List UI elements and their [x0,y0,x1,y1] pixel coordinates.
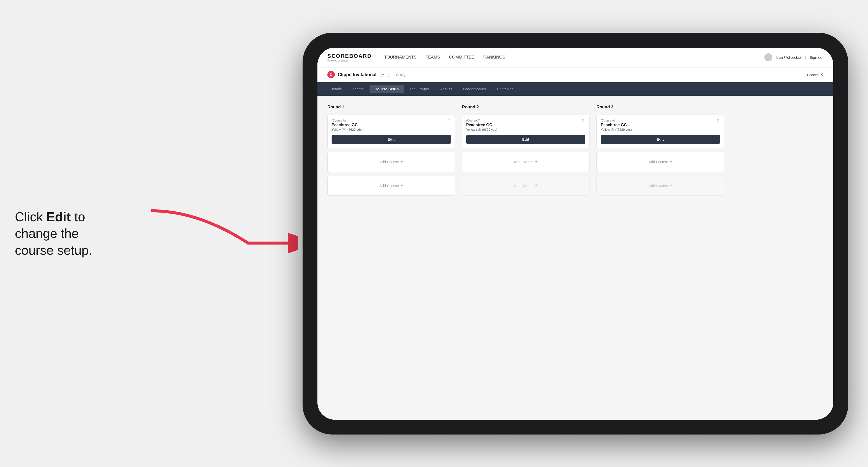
plus-icon: + [401,183,403,188]
instruction-text: Click Edit to change the course setup. [15,208,92,259]
plus-icon: + [535,183,538,188]
nav-rankings[interactable]: RANKINGS [483,55,505,60]
tab-printables[interactable]: Printables [492,85,519,93]
tournament-name: Clippd Invitational [338,72,376,77]
hosting-badge: Hosting [395,73,405,76]
close-icon: ✕ [820,72,824,77]
round-1-title: Round 1 [328,105,455,110]
round-1-add-course-1[interactable]: Add Course + [328,152,455,172]
tab-course-setup[interactable]: Course Setup [370,85,404,93]
sub-header-left: C Clippd Invitational (Men) Hosting [328,71,405,79]
round-1-course-name: Peachtree GC [332,123,451,127]
tab-tee-groups[interactable]: Tee Groups [405,85,434,93]
round-3-course-card: 🗑 (Course A) Peachtree GC Yellow (M) (66… [596,115,724,148]
nav-teams[interactable]: TEAMS [426,55,440,60]
round-2-title: Round 2 [462,105,590,110]
rounds-grid: Round 1 🗑 (Course A) Peachtree GC Yellow… [328,105,724,196]
nav-links: TOURNAMENTS TEAMS COMMITTEE RANKINGS [384,55,505,60]
round-2-add-course-2: Add Course + [462,176,590,196]
round-3-column: Round 3 🗑 (Course A) Peachtree GC Yellow… [596,105,724,196]
clippd-logo: C [328,71,335,79]
avatar [764,53,772,61]
nav-committee[interactable]: COMMITTEE [449,55,474,60]
round-3-course-label: (Course A) [601,119,720,122]
plus-icon: + [670,183,672,188]
tab-teams[interactable]: Teams [348,85,369,93]
round-3-title: Round 3 [596,105,724,110]
round-1-course-details: Yellow (M) (6629 yds) [332,128,451,131]
main-content: Round 1 🗑 (Course A) Peachtree GC Yellow… [317,96,833,419]
instruction-bold: Edit [46,209,71,224]
round-2-course-details: Yellow (M) (6629 yds) [466,128,586,131]
instruction-arrow [149,208,298,253]
tournament-type: (Men) [380,73,390,76]
cancel-button[interactable]: Cancel ✕ [807,72,824,77]
round-2-delete-icon[interactable]: 🗑 [580,118,586,124]
round-2-course-name: Peachtree GC [466,123,586,127]
round-3-add-course-1[interactable]: Add Course + [596,152,724,172]
nav-left: SCOREBOARD Powered by clippd TOURNAMENTS… [328,53,505,62]
round-3-edit-button[interactable]: Edit [601,135,720,144]
tab-bar: Details Teams Course Setup Tee Groups Re… [317,82,833,96]
tab-results[interactable]: Results [435,85,457,93]
round-1-edit-button[interactable]: Edit [332,135,451,144]
plus-icon: + [401,159,403,164]
round-3-course-details: Yellow (M) (6629 yds) [601,128,720,131]
round-1-course-label: (Course A) [332,119,451,122]
tablet-frame: SCOREBOARD Powered by clippd TOURNAMENTS… [303,33,848,435]
logo-main: SCOREBOARD [328,53,372,59]
nav-separator: | [805,55,806,60]
sign-out-link[interactable]: Sign out [810,55,824,60]
round-1-delete-icon[interactable]: 🗑 [446,118,452,124]
tablet-screen: SCOREBOARD Powered by clippd TOURNAMENTS… [317,48,833,419]
user-email: blair@clippd.io [776,55,801,60]
top-nav: SCOREBOARD Powered by clippd TOURNAMENTS… [317,48,833,67]
round-2-add-course-1[interactable]: Add Course + [462,152,590,172]
round-2-column: Round 2 🗑 (Course A) Peachtree GC Yellow… [462,105,590,196]
round-3-delete-icon[interactable]: 🗑 [715,118,721,124]
round-2-course-label: (Course A) [466,119,586,122]
round-1-add-course-2[interactable]: Add Course + [328,176,455,196]
scoreboard-logo: SCOREBOARD Powered by clippd [328,53,372,62]
plus-icon: + [535,159,538,164]
sub-header: C Clippd Invitational (Men) Hosting Canc… [317,67,833,82]
round-3-add-course-2: Add Course + [596,176,724,196]
tab-details[interactable]: Details [326,85,347,93]
round-1-column: Round 1 🗑 (Course A) Peachtree GC Yellow… [328,105,455,196]
round-1-course-card: 🗑 (Course A) Peachtree GC Yellow (M) (66… [328,115,455,148]
nav-tournaments[interactable]: TOURNAMENTS [384,55,416,60]
round-2-edit-button[interactable]: Edit [466,135,586,144]
nav-right: blair@clippd.io | Sign out [764,53,824,61]
plus-icon: + [670,159,672,164]
round-2-course-card: 🗑 (Course A) Peachtree GC Yellow (M) (66… [462,115,590,148]
logo-sub: Powered by clippd [328,59,372,62]
round-3-course-name: Peachtree GC [601,123,720,127]
tab-leaderboards[interactable]: Leaderboards [458,85,491,93]
